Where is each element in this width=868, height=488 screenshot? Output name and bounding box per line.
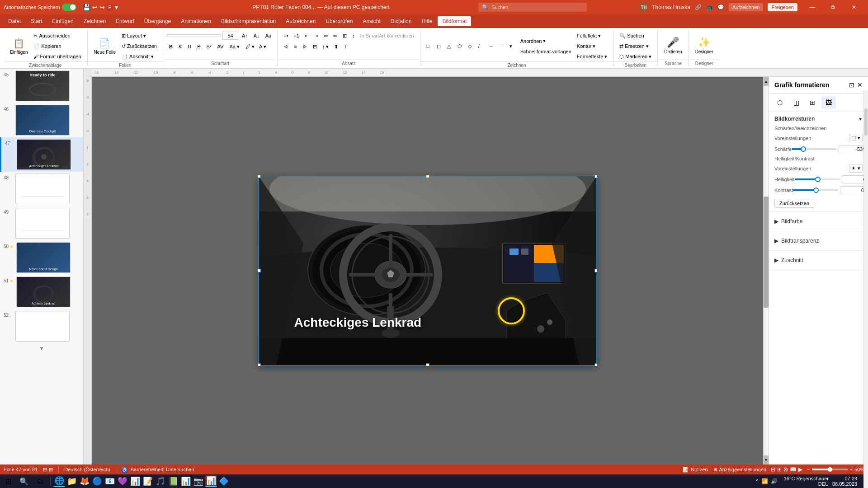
diktieren-btn[interactable]: 🎤 Diktieren: [661, 32, 684, 58]
smartart-btn[interactable]: In SmartArt konvertieren: [358, 31, 416, 41]
present-icon[interactable]: 📺: [706, 4, 713, 10]
menu-ansicht[interactable]: Ansicht: [358, 16, 385, 26]
taskbar-outlook[interactable]: 📗: [167, 475, 179, 487]
align-left-btn[interactable]: ⫷: [281, 42, 291, 52]
panel-close-icon[interactable]: ✕: [857, 81, 863, 89]
zoom-value[interactable]: 50%: [854, 467, 864, 472]
direction-btn[interactable]: ↕: [350, 31, 357, 41]
menu-animationen[interactable]: Animationen: [176, 16, 216, 26]
canvas-scroll[interactable]: Achteckiges Lenkrad: [92, 77, 763, 465]
scroll-down-indicator[interactable]: ▼: [0, 343, 83, 353]
taskbar-mail[interactable]: 📧: [104, 475, 116, 487]
menu-start[interactable]: Start: [26, 16, 47, 26]
slide-thumb-45[interactable]: 45 Ready to ride: [0, 69, 83, 103]
indent-inc-btn[interactable]: ⇥: [312, 31, 321, 41]
bildtransparenz-item[interactable]: ▶ Bildtransparenz: [774, 235, 863, 247]
chevron-up-icon[interactable]: ^: [756, 478, 759, 484]
menu-bildformat[interactable]: Bildformat: [438, 16, 471, 26]
italic-btn[interactable]: K: [176, 42, 184, 52]
indent-dec-btn[interactable]: ⇤: [302, 31, 311, 41]
decrease-font-btn[interactable]: A↓: [251, 31, 262, 41]
close-button[interactable]: ✕: [844, 0, 864, 14]
taskbar-ie[interactable]: 🌐: [53, 475, 65, 487]
kontrast-thumb[interactable]: [813, 188, 819, 193]
panel-tab-image[interactable]: 🖼: [821, 96, 836, 109]
format-uebertragen-btn[interactable]: 🖌Format übertragen: [31, 52, 83, 61]
volume-icon[interactable]: 🔊: [771, 478, 778, 484]
justify-btn[interactable]: ⊟: [311, 42, 319, 52]
share-icon[interactable]: 🔗: [695, 4, 702, 10]
zoom-minus[interactable]: −: [807, 467, 810, 472]
align-text-btn[interactable]: ⊤: [341, 42, 350, 52]
accessibility-section[interactable]: ♿ Barrierefreiheit: Untersuchen: [122, 467, 194, 473]
undo-icon[interactable]: ↩: [92, 4, 98, 11]
slide-thumb-50[interactable]: 50 ★ New Cockpit Design: [0, 240, 83, 275]
display-settings-section[interactable]: 🖥 Anzeigeeinstellungen: [712, 467, 767, 472]
taskbar-edge[interactable]: 🔷: [218, 475, 230, 487]
bold-btn[interactable]: B: [167, 42, 175, 52]
menu-ueberpruefen[interactable]: Überprüfen: [321, 16, 357, 26]
increase-font-btn[interactable]: A↑: [240, 31, 250, 41]
comment-icon[interactable]: 💬: [717, 4, 724, 10]
taskbar-excel[interactable]: 📊: [180, 475, 192, 487]
einfuegen-btn[interactable]: 📋 Einfügen: [7, 33, 30, 59]
helligkeit-slider[interactable]: [795, 178, 840, 180]
voreinstellungen-select1[interactable]: ⬚ ▾: [849, 134, 863, 142]
bullet-list-btn[interactable]: ≡•: [281, 31, 290, 41]
shape-7-btn[interactable]: →: [486, 41, 496, 51]
kontur-btn[interactable]: Kontur ▾: [575, 41, 610, 51]
slide-thumb-47[interactable]: 47 Achteckiges Lenkrad: [0, 137, 83, 172]
align-center-btn[interactable]: ≡: [292, 42, 299, 52]
zoom-slider[interactable]: [812, 469, 848, 470]
markieren-btn[interactable]: ⬡ Markieren ▾: [617, 52, 654, 61]
reset-button[interactable]: Zurücksetzen: [774, 199, 814, 208]
text-direction-btn[interactable]: ⬆: [332, 42, 340, 52]
suchen-btn[interactable]: 🔍 Suchen: [617, 31, 654, 41]
zuruecksetzen-btn[interactable]: ↺Zurücksetzen: [119, 41, 159, 51]
layout-btn[interactable]: ⊞Layout ▾: [119, 31, 159, 41]
taskbar-chrome[interactable]: 🔵: [91, 475, 103, 487]
neue-folie-btn[interactable]: 📄 Neue Folie: [91, 33, 118, 59]
schaerfe-slider[interactable]: [792, 148, 837, 150]
taskbar-notepad[interactable]: 📝: [142, 475, 154, 487]
zoom-plus[interactable]: +: [850, 467, 853, 472]
highlight-btn[interactable]: 🖊 ▾: [243, 42, 257, 52]
panel-scrollbar[interactable]: [863, 90, 868, 465]
search-button[interactable]: 🔍: [16, 475, 32, 487]
bildkorrekturen-header[interactable]: Bildkorrekturen ▼: [774, 116, 863, 122]
more-icon[interactable]: ▾: [115, 4, 118, 11]
columns-btn[interactable]: ⊞: [340, 31, 349, 41]
slide-thumb-52[interactable]: 52: [0, 309, 83, 343]
taskbar-firefox[interactable]: 🦊: [79, 475, 90, 487]
align-right-btn[interactable]: ⫸: [300, 42, 310, 52]
abschnitt-btn[interactable]: 📑Abschnitt ▾: [119, 52, 159, 61]
taskbar-teams[interactable]: 💜: [117, 475, 128, 487]
schnellformat-btn[interactable]: Schnellformat-vorlagen: [518, 47, 574, 56]
designer-btn[interactable]: ✨ Designer: [693, 32, 716, 58]
taskbar-music[interactable]: 🎵: [155, 475, 166, 487]
ausschneiden-btn[interactable]: ✂Ausschneiden: [31, 31, 83, 41]
menu-einfuegen[interactable]: Einfügen: [47, 16, 78, 26]
slide-thumb-48[interactable]: 48: [0, 172, 83, 206]
kontrast-slider[interactable]: [793, 189, 838, 191]
aufzeichnen-button[interactable]: Aufzeichnen: [729, 3, 764, 11]
clear-format-btn[interactable]: Aa: [263, 31, 274, 41]
strikethrough-btn[interactable]: S: [195, 42, 203, 52]
shape-5-btn[interactable]: ◇: [466, 41, 476, 51]
shape-2-btn[interactable]: ◻: [434, 41, 444, 51]
clock[interactable]: 16°C Regenschauer DEU: [784, 476, 829, 487]
spacing-btn[interactable]: AV: [215, 42, 226, 52]
formeffekte-btn[interactable]: Formeffekte ▾: [575, 52, 610, 61]
vertical-scrollbar[interactable]: ▲ ▼: [763, 77, 769, 465]
freigeben-button[interactable]: Freigeben: [768, 3, 797, 11]
shapes-more-btn[interactable]: ▾: [507, 41, 517, 51]
rtl-btn[interactable]: ⇦: [321, 31, 330, 41]
menu-aufzeichnen[interactable]: Aufzeichnen: [281, 16, 320, 26]
slide-thumb-46[interactable]: 46 Das neu Cockpit: [0, 103, 83, 137]
menu-uebergaenge[interactable]: Übergänge: [140, 16, 175, 26]
shadow-btn[interactable]: S²: [204, 42, 214, 52]
panel-tab-layout[interactable]: ⊞: [805, 96, 820, 109]
search-bar[interactable]: 🔍 Suchen: [478, 3, 587, 12]
menu-entwurf[interactable]: Entwurf: [111, 16, 139, 26]
fuelleffekt-btn[interactable]: Fülleffekt ▾: [575, 31, 610, 41]
